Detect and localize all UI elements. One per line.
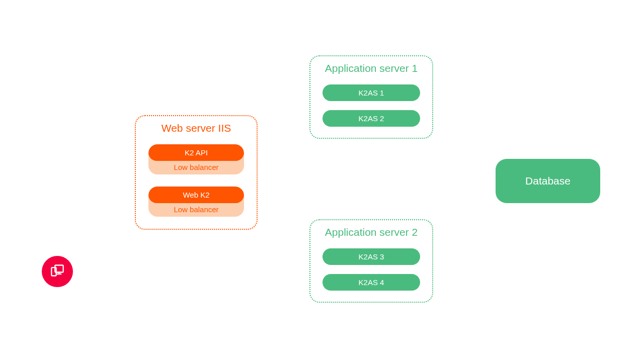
app-instance-k2as-3: K2AS 3: [323, 248, 420, 265]
app-server-1-title: Application server 1: [325, 62, 418, 74]
database-label: Database: [525, 175, 571, 187]
web-service-k2-api: K2 API Low balancer: [148, 144, 244, 174]
app-server-2-title: Application server 2: [325, 226, 418, 238]
app-server-2-group: Application server 2 K2AS 3 K2AS 4: [309, 219, 433, 303]
app-instance-k2as-4: K2AS 4: [323, 274, 420, 291]
client-node: [42, 256, 73, 287]
app-server-1-group: Application server 1 K2AS 1 K2AS 2: [309, 55, 433, 139]
app-instance-k2as-1: K2AS 1: [323, 84, 420, 101]
app-instance-k2as-2: K2AS 2: [323, 110, 420, 127]
web-service-note: Low balancer: [148, 203, 244, 217]
web-server-group: Web server IIS K2 API Low balancer Web K…: [135, 115, 258, 230]
devices-icon: [50, 263, 64, 280]
web-service-web-k2: Web K2 Low balancer: [148, 187, 244, 217]
web-service-note: Low balancer: [148, 161, 244, 174]
web-server-title: Web server IIS: [162, 122, 231, 134]
web-service-name: Web K2: [148, 187, 244, 203]
web-service-name: K2 API: [148, 144, 244, 161]
database-node: Database: [496, 159, 600, 203]
